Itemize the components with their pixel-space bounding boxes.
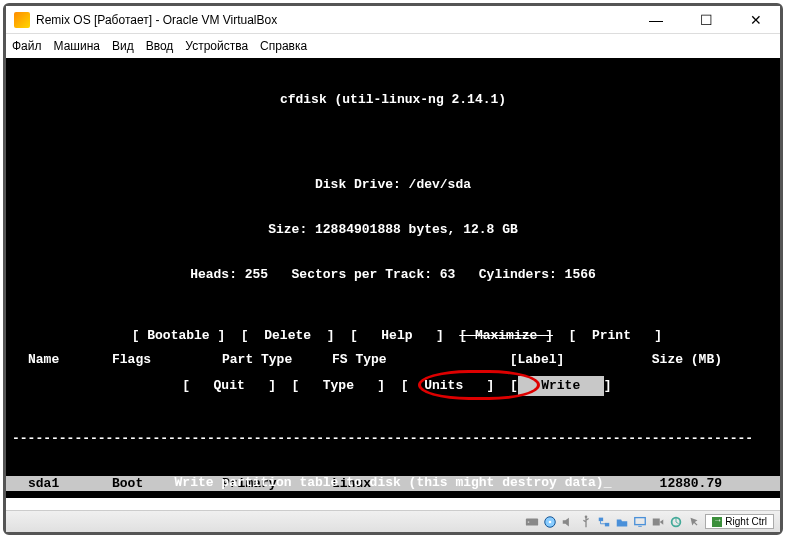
svg-point-3: [549, 520, 552, 523]
svg-point-4: [585, 515, 588, 518]
menu-view[interactable]: Вид: [112, 39, 134, 53]
menu-write-button[interactable]: Write: [518, 376, 604, 396]
cfdisk-hint: Write partition table to disk (this migh…: [6, 475, 780, 490]
guest-additions-icon[interactable]: [669, 515, 683, 529]
svg-rect-7: [635, 517, 646, 524]
disc-icon[interactable]: [543, 515, 557, 529]
network-icon[interactable]: [597, 515, 611, 529]
menu-maximize[interactable]: [ Maximize ]: [459, 328, 553, 343]
menu-devices[interactable]: Устройства: [185, 39, 248, 53]
menu-help[interactable]: Справка: [260, 39, 307, 53]
menu-quit-type-units[interactable]: [ Quit ] [ Type ] [ Units ]: [175, 378, 510, 393]
disk-drive: Disk Drive: /dev/sda: [6, 177, 780, 192]
cfdisk-title: cfdisk (util-linux-ng 2.14.1): [6, 92, 780, 107]
display-icon[interactable]: [633, 515, 647, 529]
close-button[interactable]: ✕: [740, 10, 772, 30]
maximize-button[interactable]: ☐: [690, 10, 722, 30]
arrow-icon: [712, 517, 722, 527]
menu-bootable-delete-help[interactable]: [ Bootable ] [ Delete ] [ Help ]: [124, 328, 459, 343]
titlebar: Remix OS [Работает] - Oracle VM VirtualB…: [6, 6, 780, 34]
terminal[interactable]: cfdisk (util-linux-ng 2.14.1) Disk Drive…: [6, 58, 780, 498]
menu-input[interactable]: Ввод: [146, 39, 174, 53]
shared-folder-icon[interactable]: [615, 515, 629, 529]
minimize-button[interactable]: —: [640, 10, 672, 30]
svg-rect-8: [653, 518, 660, 525]
app-icon: [14, 12, 30, 28]
menu-machine[interactable]: Машина: [54, 39, 100, 53]
disk-geometry: Heads: 255 Sectors per Track: 63 Cylinde…: [6, 267, 780, 282]
cfdisk-menu: [ Bootable ] [ Delete ] [ Help ] [ Maxim…: [6, 296, 780, 466]
usb-icon[interactable]: [579, 515, 593, 529]
window-title: Remix OS [Работает] - Oracle VM VirtualB…: [36, 13, 640, 27]
hostkey-indicator[interactable]: Right Ctrl: [705, 514, 774, 529]
recording-icon[interactable]: [651, 515, 665, 529]
statusbar: Right Ctrl: [6, 510, 780, 532]
menu-print[interactable]: [ Print ]: [553, 328, 662, 343]
svg-point-1: [528, 521, 530, 523]
mouse-integration-icon[interactable]: [687, 515, 701, 529]
disk-size: Size: 12884901888 bytes, 12.8 GB: [6, 222, 780, 237]
hdd-icon[interactable]: [525, 515, 539, 529]
menubar: Файл Машина Вид Ввод Устройства Справка: [6, 34, 780, 58]
audio-icon[interactable]: [561, 515, 575, 529]
menu-file[interactable]: Файл: [12, 39, 42, 53]
svg-rect-5: [599, 517, 603, 521]
